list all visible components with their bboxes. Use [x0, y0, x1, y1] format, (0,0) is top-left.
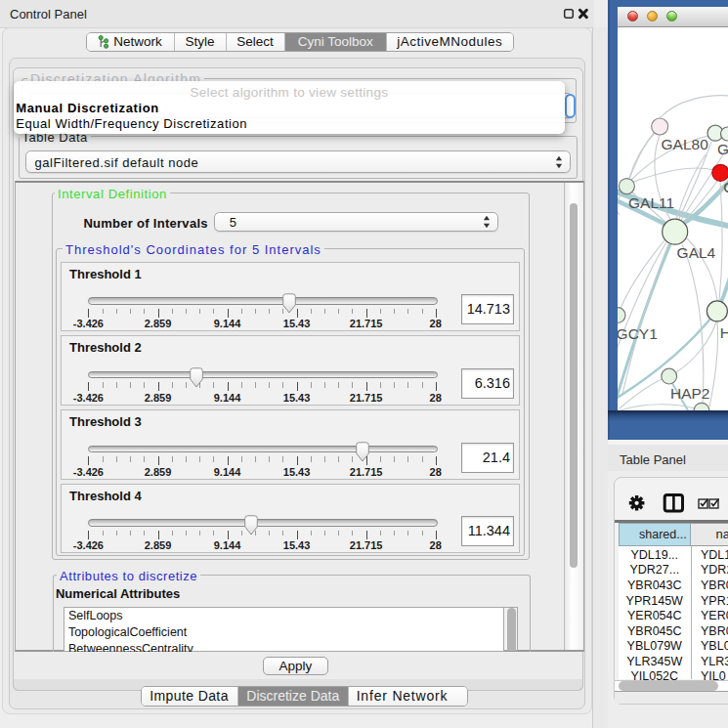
svg-text:C: C	[723, 179, 728, 195]
svg-text:GAL4: GAL4	[677, 244, 716, 261]
svg-text:GAL11: GAL11	[628, 194, 674, 211]
svg-text:HAP2: HAP2	[670, 385, 710, 402]
svg-text:GAL: GAL	[717, 141, 728, 157]
svg-text:GAL80: GAL80	[662, 136, 709, 152]
svg-text:GCY1: GCY1	[618, 325, 658, 342]
svg-text:H: H	[720, 324, 728, 341]
